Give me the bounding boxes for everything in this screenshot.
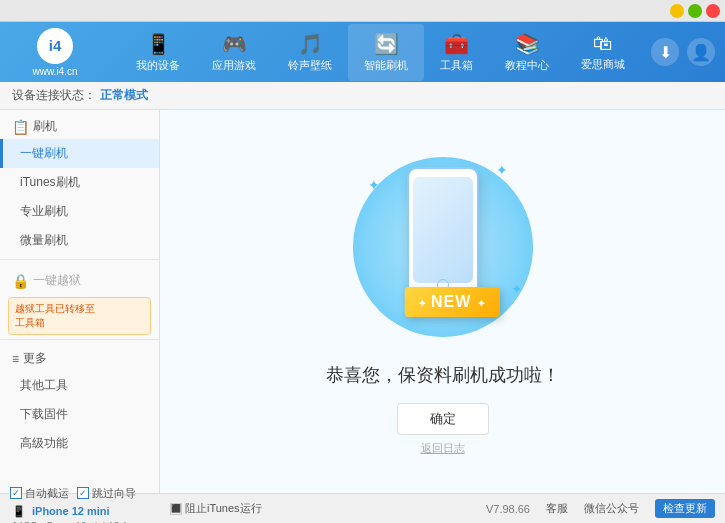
sidebar-section-jailbreak: 🔒 一键越狱 [0, 264, 159, 293]
nav-i4-store-icon: 🛍 [593, 32, 613, 55]
back-home-link[interactable]: 返回日志 [421, 441, 465, 456]
stop-itunes-control: ⬛ 阻止iTunes运行 [170, 501, 478, 516]
sidebar-divider-1 [0, 259, 159, 260]
content-area: NEW ✦ ✦ ✦ 恭喜您，保资料刷机成功啦！ 确定 返回日志 [160, 110, 725, 493]
skip-wizard-check-icon: ✓ [77, 487, 89, 499]
sidebar-item-download-firmware[interactable]: 下载固件 [0, 400, 159, 429]
maximize-button[interactable] [688, 4, 702, 18]
main-layout: 📋 刷机 一键刷机 iTunes刷机 专业刷机 微量刷机 🔒 一键越狱 越狱工具… [0, 110, 725, 493]
wechat-link[interactable]: 微信公众号 [584, 501, 639, 516]
minimize-button[interactable] [670, 4, 684, 18]
new-badge: NEW [404, 287, 500, 317]
lock-icon: 🔒 [12, 273, 29, 289]
user-button[interactable]: 👤 [687, 38, 715, 66]
nav-ringtones-icon: 🎵 [298, 32, 323, 56]
sidebar-section-flash: 📋 刷机 [0, 110, 159, 139]
download-button[interactable]: ⬇ [651, 38, 679, 66]
jailbreak-notice: 越狱工具已转移至工具箱 [8, 297, 151, 335]
sparkle-2: ✦ [496, 162, 508, 178]
sidebar-item-micro-flash[interactable]: 微量刷机 [0, 226, 159, 255]
nav-toolbox[interactable]: 🧰 工具箱 [424, 24, 489, 81]
nav-smart-flash-icon: 🔄 [374, 32, 399, 56]
title-bar [0, 0, 725, 22]
device-icon: 📱 [12, 505, 26, 518]
nav-my-device[interactable]: 📱 我的设备 [120, 24, 196, 81]
sidebar-item-advanced[interactable]: 高级功能 [0, 429, 159, 458]
sidebar-item-other-tools[interactable]: 其他工具 [0, 371, 159, 400]
bottom-right: V7.98.66 客服 微信公众号 检查更新 [486, 499, 715, 518]
phone-screen [413, 177, 473, 283]
nav-right-actions: ⬇ 👤 [651, 38, 715, 66]
nav-apps-games-icon: 🎮 [222, 32, 247, 56]
sidebar-item-onekey-flash[interactable]: 一键刷机 [0, 139, 159, 168]
bottom-checkboxes: ✓ 自动截运 ✓ 跳过向导 [10, 486, 170, 501]
status-bar: 设备连接状态： 正常模式 [0, 82, 725, 110]
phone-body [407, 167, 479, 297]
update-button[interactable]: 检查更新 [655, 499, 715, 518]
header: i4 www.i4.cn 📱 我的设备 🎮 应用游戏 🎵 铃声壁纸 🔄 智能刷机… [0, 22, 725, 82]
nav-smart-flash[interactable]: 🔄 智能刷机 [348, 24, 424, 81]
device-details: 64GB Down-12mini-13,1 [10, 520, 170, 524]
nav-my-device-icon: 📱 [146, 32, 171, 56]
logo-icon: i4 [37, 28, 73, 64]
auto-backup-check-icon: ✓ [10, 487, 22, 499]
close-button[interactable] [706, 4, 720, 18]
nav-apps-games[interactable]: 🎮 应用游戏 [196, 24, 272, 81]
phone-illustration: NEW ✦ ✦ ✦ [343, 147, 543, 347]
nav-tutorials[interactable]: 📚 教程中心 [489, 24, 565, 81]
confirm-button[interactable]: 确定 [397, 403, 489, 435]
skip-wizard-checkbox[interactable]: ✓ 跳过向导 [77, 486, 136, 501]
success-message: 恭喜您，保资料刷机成功啦！ [326, 363, 560, 387]
bottom-bar: ✓ 自动截运 ✓ 跳过向导 📱 iPhone 12 mini 64GB Down… [0, 493, 725, 523]
logo-subtitle: www.i4.cn [32, 66, 77, 77]
nav-toolbox-icon: 🧰 [444, 32, 469, 56]
sidebar-item-itunes-flash[interactable]: iTunes刷机 [0, 168, 159, 197]
flash-section-icon: 📋 [12, 119, 29, 135]
nav-i4-store[interactable]: 🛍 爱思商城 [565, 24, 641, 81]
nav-bar: 📱 我的设备 🎮 应用游戏 🎵 铃声壁纸 🔄 智能刷机 🧰 工具箱 📚 教程中心… [110, 24, 651, 81]
sidebar-divider-2 [0, 339, 159, 340]
device-name: iPhone 12 mini [30, 505, 110, 517]
sidebar: 📋 刷机 一键刷机 iTunes刷机 专业刷机 微量刷机 🔒 一键越狱 越狱工具… [0, 110, 160, 493]
bottom-center: ⬛ 阻止iTunes运行 [170, 501, 486, 516]
more-icon: ≡ [12, 352, 19, 366]
sparkle-3: ✦ [511, 281, 523, 297]
status-value: 正常模式 [100, 87, 148, 104]
status-label: 设备连接状态： [12, 87, 96, 104]
sidebar-section-more: ≡ 更多 [0, 344, 159, 371]
auto-backup-checkbox[interactable]: ✓ 自动截运 [10, 486, 69, 501]
sparkle-1: ✦ [368, 177, 380, 193]
version-label: V7.98.66 [486, 503, 530, 515]
stop-itunes-icon: ⬛ [170, 503, 182, 515]
service-link[interactable]: 客服 [546, 501, 568, 516]
stop-itunes-label[interactable]: 阻止iTunes运行 [185, 501, 262, 516]
sidebar-item-pro-flash[interactable]: 专业刷机 [0, 197, 159, 226]
bottom-left: ✓ 自动截运 ✓ 跳过向导 📱 iPhone 12 mini 64GB Down… [10, 486, 170, 524]
nav-ringtones[interactable]: 🎵 铃声壁纸 [272, 24, 348, 81]
logo-area: i4 www.i4.cn [10, 28, 100, 77]
nav-tutorials-icon: 📚 [515, 32, 540, 56]
